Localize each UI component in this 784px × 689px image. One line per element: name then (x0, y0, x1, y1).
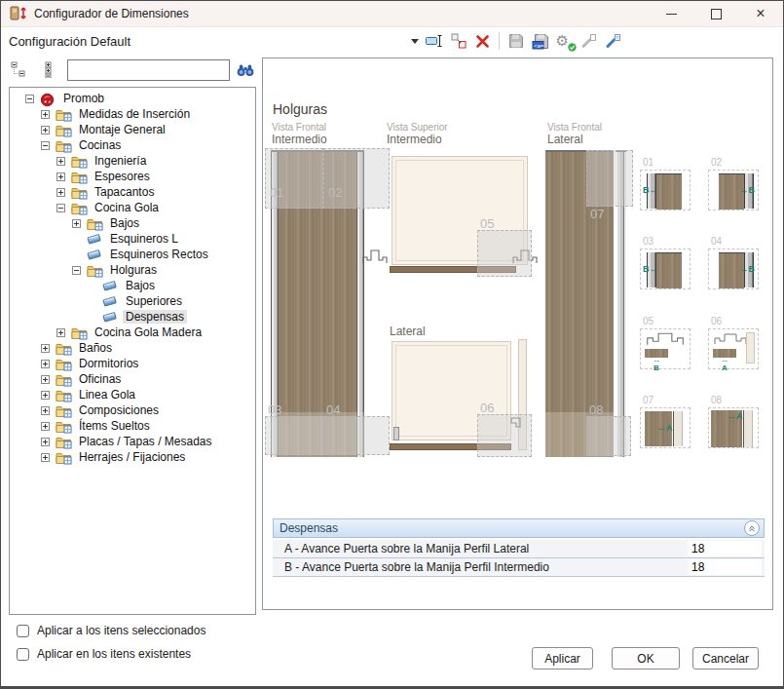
dimension-value-input[interactable] (688, 559, 762, 575)
expand-icon[interactable] (41, 360, 50, 368)
tree-item-dormitorios[interactable]: Dormitorios (10, 356, 255, 371)
tree-item-montaje-general[interactable]: Montaje General (10, 122, 255, 137)
preview-section-title: Holguras (273, 101, 327, 117)
folder-icon (56, 139, 72, 152)
wood-panel (656, 252, 682, 288)
expand-icon[interactable] (41, 406, 50, 415)
checkbox-aplicar-a-los-itens-seleccionados[interactable]: Aplicar a los itens seleccionados (17, 621, 205, 640)
collapse-icon[interactable] (41, 141, 50, 150)
link-icon[interactable] (601, 30, 625, 52)
tree-item-label: Bajos (123, 279, 158, 292)
clearance-overlay-04: 04 (323, 416, 390, 455)
search-binoculars-icon[interactable] (236, 60, 256, 80)
tree-search-input[interactable] (67, 59, 230, 81)
checkbox-box[interactable] (17, 625, 29, 637)
tree-item-placas-tapas-mesadas[interactable]: Placas / Tapas / Mesadas (10, 434, 255, 449)
tree-item-label: Baños (76, 341, 115, 355)
dimension-label: A - Avance Puerta sobre la Manija Perfil… (273, 542, 529, 555)
expand-icon[interactable] (41, 110, 50, 119)
expand-icon[interactable] (41, 453, 50, 462)
expand-icon[interactable] (56, 188, 65, 197)
collapse-icon[interactable] (56, 204, 65, 212)
delete-config-icon[interactable] (470, 30, 495, 52)
tree-item-label: Despensas (123, 310, 187, 324)
tree-item-bajos[interactable]: Bajos (10, 278, 255, 293)
expand-icon[interactable] (41, 126, 50, 134)
folder-icon (56, 358, 72, 370)
expand-icon[interactable] (41, 375, 50, 384)
close-button[interactable]: × (738, 1, 783, 26)
save-script-icon[interactable]: <a= (528, 30, 552, 52)
ok-button[interactable]: OK (612, 647, 680, 670)
dimension-value-input[interactable] (688, 541, 762, 556)
tag-icon (102, 295, 119, 308)
tree-item-ingenier-a[interactable]: Ingeniería (10, 153, 255, 169)
minimize-button[interactable] (649, 1, 693, 26)
expand-icon[interactable] (41, 344, 50, 353)
expand-icon[interactable] (41, 422, 50, 431)
collapse-all-icon[interactable] (11, 61, 28, 79)
tree-item-medidas-de-inserci-n[interactable]: Medidas de Inserción (10, 106, 255, 122)
expand-all-icon[interactable] (40, 61, 57, 79)
tree-item-despensas[interactable]: Despensas (10, 309, 255, 325)
folder-icon (56, 108, 72, 121)
clearance-overlay-03: 03 (265, 416, 323, 455)
tree-item-herrajes-fijaciones[interactable]: Herrajes / Fijaciones (10, 449, 255, 465)
tree-item-cocinas[interactable]: Cocinas (10, 137, 255, 153)
collapse-icon[interactable] (25, 95, 34, 103)
title-bar[interactable]: Configurador de Dimensiones × (1, 1, 783, 27)
wood-panel (656, 173, 682, 210)
tree-item-esquineros-rectos[interactable]: Esquineros Rectos (10, 247, 255, 262)
tree-item-cocina-gola-madera[interactable]: Cocina Gola Madera (10, 325, 255, 340)
aplicar-button[interactable]: Aplicar (532, 647, 593, 670)
tree-item-superiores[interactable]: Superiores (10, 293, 255, 309)
collapse-group-icon[interactable] (744, 520, 760, 536)
tree-item-cocina-gola[interactable]: Cocina Gola (10, 200, 255, 215)
expand-icon[interactable] (56, 172, 65, 181)
expand-icon[interactable] (41, 391, 50, 400)
expand-icon[interactable] (41, 438, 50, 446)
tree-item-bajos[interactable]: Bajos (10, 215, 255, 231)
tree-item-label: Cocinas (76, 138, 124, 152)
tree-item-linea-gola[interactable]: Linea Gola (10, 387, 255, 402)
checkbox-box[interactable] (17, 648, 29, 661)
checkbox-aplicar-en-los-itens-existentes[interactable]: Aplicar en los itens existentes (17, 644, 191, 664)
side-panel-strip (673, 411, 683, 446)
tag-icon (102, 311, 119, 324)
link-disabled-icon (577, 30, 601, 52)
overlay-number: 02 (328, 185, 342, 200)
duplicate-config-icon[interactable] (446, 30, 470, 52)
tree-item-ba-os[interactable]: Baños (10, 340, 255, 356)
tree-item-composiciones[interactable]: Composiciones (10, 402, 255, 418)
expand-icon[interactable] (56, 157, 65, 166)
tree-item-tems-sueltos[interactable]: Ítems Sueltos (10, 418, 255, 434)
dimension-configurator-window: Configurador de Dimensiones × Configurac… (0, 0, 784, 689)
expand-icon[interactable] (72, 219, 81, 228)
tree-item-holguras[interactable]: Holguras (10, 262, 255, 278)
expand-icon[interactable] (56, 328, 65, 337)
preview-panel: Holguras Vista Frontal Intermedio Vista … (262, 57, 773, 610)
thumbnail-number: 02 (711, 157, 722, 168)
despensas-group-header[interactable]: Despensas (273, 518, 765, 538)
app-icon (9, 5, 28, 22)
toolbar-separator (495, 30, 504, 52)
apply-config-icon[interactable]: ⚙ (552, 30, 577, 52)
collapse-icon[interactable] (72, 266, 81, 275)
tree-item-tapacantos[interactable]: Tapacantos (10, 184, 255, 200)
tree-item-label: Ingeniería (92, 154, 149, 168)
folder-icon (56, 342, 72, 355)
rename-config-icon[interactable] (422, 30, 446, 52)
dimension-letter: ↔A (728, 411, 743, 421)
tree-item-espesores[interactable]: Espesores (10, 169, 255, 184)
folder-icon (56, 124, 72, 136)
tree-item-promob[interactable]: Promob (10, 91, 255, 106)
tree-item-oficinas[interactable]: Oficinas (10, 371, 255, 387)
maximize-button[interactable] (693, 1, 738, 26)
tree-item-label: Dormitorios (76, 357, 141, 370)
tree-item-esquineros-l[interactable]: Esquineros L (10, 231, 255, 247)
overlay-number: 03 (268, 402, 281, 417)
checkbox-label: Aplicar en los itens existentes (37, 647, 191, 661)
dropdown-caret-icon[interactable] (408, 30, 422, 52)
cancelar-button[interactable]: Cancelar (692, 647, 759, 670)
clearance-overlay-08: 08 (586, 416, 631, 456)
